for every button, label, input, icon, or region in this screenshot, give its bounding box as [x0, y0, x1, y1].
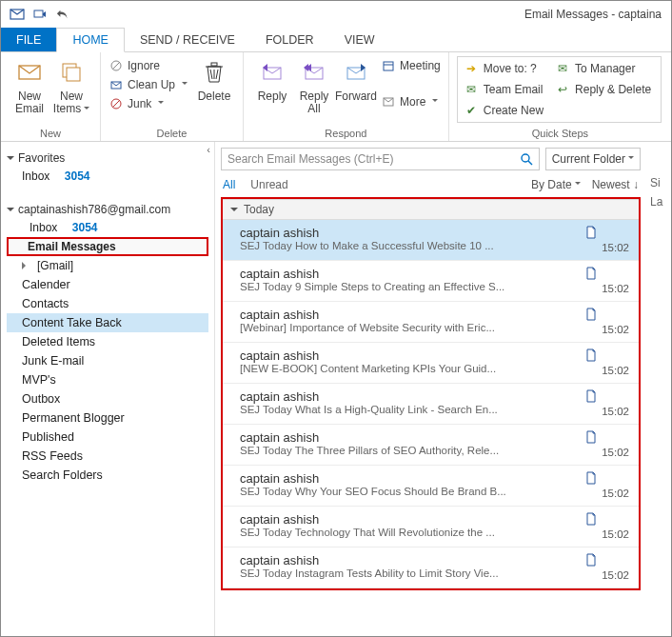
account-header[interactable]: captainashish786@gmail.com — [7, 201, 208, 218]
message-list-column: Search Email Messages (Ctrl+E) Current F… — [214, 142, 671, 636]
message-subject: SEJ Today What Is a High-Quality Link - … — [240, 404, 585, 415]
message-subject: SEJ Today How to Make a Successful Websi… — [240, 240, 585, 251]
message-subject: SEJ Today Instagram Tests Ability to Lim… — [240, 567, 585, 579]
svg-line-19 — [528, 161, 532, 165]
sort-by-date[interactable]: By Date — [531, 178, 581, 191]
message-subject: SEJ Today 9 Simple Steps to Creating an … — [240, 281, 585, 292]
attachment-icon — [585, 553, 629, 567]
message-row[interactable]: captain ashishSEJ Today 9 Simple Steps t… — [223, 261, 639, 302]
message-row[interactable]: captain ashishSEJ Today Instagram Tests … — [223, 547, 639, 588]
nav-folder-item[interactable]: Published — [7, 428, 208, 447]
svg-rect-10 — [211, 63, 217, 66]
nav-folder-item[interactable]: Outbox — [7, 389, 208, 408]
message-time: 15:02 — [602, 242, 629, 253]
nav-folder-item[interactable]: Calender — [7, 275, 208, 294]
search-scope-dropdown[interactable]: Current Folder — [545, 148, 641, 170]
attachment-icon — [585, 430, 629, 444]
tab-send-receive[interactable]: SEND / RECEIVE — [125, 28, 250, 51]
message-from: captain ashish — [240, 226, 585, 240]
junk-button[interactable]: Junk — [109, 96, 188, 111]
message-subject: SEJ Today Why Your SEO Focus Should Be B… — [240, 486, 585, 497]
svg-rect-15 — [384, 62, 393, 70]
group-today-header[interactable]: Today — [223, 199, 639, 220]
message-list: Today captain ashishSEJ Today How to Mak… — [221, 197, 641, 590]
nav-folder-item[interactable]: Junk E-mail — [7, 351, 208, 370]
message-time: 15:02 — [602, 365, 629, 376]
more-respond-button[interactable]: More — [381, 94, 441, 109]
message-from: captain ashish — [240, 512, 585, 527]
nav-folder-item[interactable]: Permanent Blogger — [7, 408, 208, 428]
search-icon[interactable] — [520, 152, 533, 166]
nav-email-messages[interactable]: Email Messages — [7, 237, 208, 256]
favorites-header[interactable]: Favorites — [7, 149, 208, 167]
nav-gmail[interactable]: [Gmail] — [7, 256, 208, 275]
quick-step-replydelete[interactable]: ↩Reply & Delete — [551, 80, 659, 99]
message-row[interactable]: captain ashish[NEW E-BOOK] Content Marke… — [223, 343, 639, 384]
svg-rect-4 — [67, 68, 80, 81]
message-row[interactable]: captain ashishSEJ Today Technology That … — [223, 507, 639, 547]
svg-line-9 — [112, 100, 120, 108]
reading-pane-edge: Si La — [646, 142, 671, 636]
main-area: ‹ Favorites Inbox 3054 captainashish786@… — [1, 142, 671, 636]
quick-step-moveto[interactable]: ➔Move to: ? — [460, 59, 551, 78]
new-items-button[interactable]: New Items — [50, 56, 92, 115]
svg-line-6 — [112, 62, 120, 70]
tab-folder[interactable]: FOLDER — [250, 28, 329, 51]
folder-pane: ‹ Favorites Inbox 3054 captainashish786@… — [1, 142, 214, 636]
message-from: captain ashish — [240, 267, 585, 281]
message-row[interactable]: captain ashish[Webinar] Importance of We… — [223, 302, 639, 343]
new-email-button[interactable]: New Email — [9, 56, 50, 115]
message-row[interactable]: captain ashishSEJ Today Why Your SEO Foc… — [223, 466, 639, 507]
attachment-icon — [585, 267, 629, 280]
svg-rect-1 — [34, 10, 43, 17]
attachment-icon — [585, 226, 629, 239]
nav-folder-item[interactable]: Contacts — [7, 294, 208, 313]
quick-steps-gallery[interactable]: ➔Move to: ? ✉Team Email ✔Create New ✉To … — [457, 56, 662, 123]
svg-point-18 — [522, 154, 529, 162]
favorites-inbox[interactable]: Inbox 3054 — [7, 167, 208, 186]
quick-access-toolbar: Email Messages - captaina — [1, 1, 671, 28]
tab-view[interactable]: VIEW — [329, 28, 390, 51]
undo-icon[interactable] — [52, 4, 73, 25]
forward-button[interactable]: Forward — [335, 56, 377, 103]
filter-all[interactable]: All — [223, 178, 235, 191]
message-from: captain ashish — [240, 389, 585, 404]
message-subject: SEJ Today The Three Pillars of SEO Autho… — [240, 445, 585, 456]
collapse-nav-icon[interactable]: ‹ — [207, 144, 210, 155]
message-from: captain ashish — [240, 348, 585, 363]
filter-unread[interactable]: Unread — [250, 178, 287, 191]
ribbon-group-respond: Reply Reply All Forward Meeting More Res… — [244, 52, 449, 141]
reply-button[interactable]: Reply — [251, 56, 293, 103]
nav-folder-item[interactable]: Search Folders — [7, 466, 208, 485]
ignore-button[interactable]: Ignore — [109, 58, 188, 73]
message-time: 15:02 — [602, 406, 629, 417]
message-row[interactable]: captain ashishSEJ Today What Is a High-Q… — [223, 384, 639, 425]
message-row[interactable]: captain ashishSEJ Today How to Make a Su… — [223, 220, 639, 261]
nav-folder-item[interactable]: MVP's — [7, 370, 208, 389]
attachment-icon — [585, 471, 629, 485]
tab-file[interactable]: FILE — [1, 28, 56, 51]
message-time: 15:02 — [602, 447, 629, 458]
delete-button[interactable]: Delete — [193, 56, 235, 103]
message-from: captain ashish — [240, 308, 585, 322]
quick-step-teamemail[interactable]: ✉Team Email — [460, 80, 551, 99]
message-time: 15:02 — [602, 324, 629, 335]
sort-newest[interactable]: Newest ↓ — [592, 178, 639, 191]
message-from: captain ashish — [240, 430, 585, 445]
message-time: 15:02 — [602, 488, 629, 499]
search-input[interactable]: Search Email Messages (Ctrl+E) — [221, 148, 540, 170]
nav-folder-item[interactable]: Content Take Back — [7, 313, 208, 332]
ribbon-group-delete: Ignore Clean Up Junk Delete Delete — [101, 52, 244, 141]
nav-folder-item[interactable]: Deleted Items — [7, 332, 208, 351]
cleanup-button[interactable]: Clean Up — [109, 77, 188, 92]
message-subject: [NEW E-BOOK] Content Marketing KPIs Your… — [240, 363, 585, 374]
meeting-button[interactable]: Meeting — [381, 58, 441, 73]
send-receive-icon[interactable] — [30, 4, 50, 25]
message-row[interactable]: captain ashishSEJ Today The Three Pillar… — [223, 425, 639, 466]
tab-home[interactable]: HOME — [56, 28, 125, 52]
nav-inbox[interactable]: Inbox 3054 — [7, 218, 208, 237]
quick-step-createnew[interactable]: ✔Create New — [460, 101, 551, 120]
quick-step-tomanager[interactable]: ✉To Manager — [551, 59, 659, 78]
reply-all-button[interactable]: Reply All — [293, 56, 335, 115]
nav-folder-item[interactable]: RSS Feeds — [7, 447, 208, 466]
